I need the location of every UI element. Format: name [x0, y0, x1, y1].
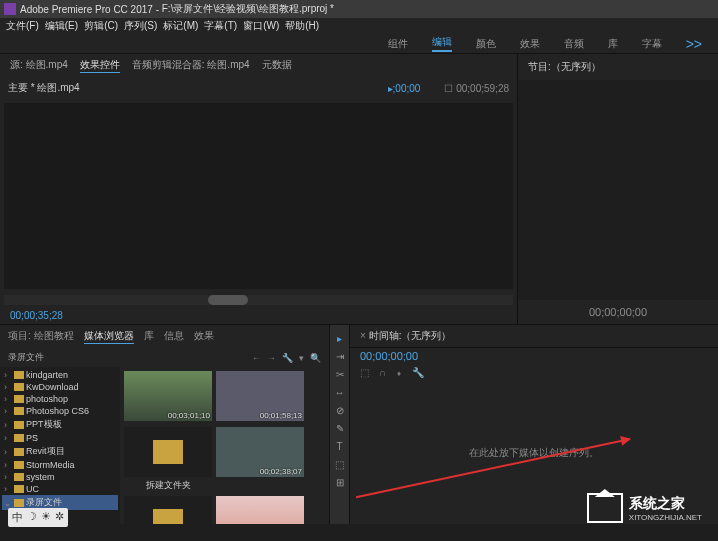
program-timecode: 00;00;00;00	[518, 300, 718, 324]
ws-tab-color[interactable]: 颜色	[476, 37, 496, 51]
ws-more[interactable]: >>	[686, 36, 702, 52]
ripple-tool[interactable]: ✂	[333, 367, 347, 381]
ws-tab-assembly[interactable]: 组件	[388, 37, 408, 51]
source-clip-name: 主要 * 绘图.mp4	[8, 81, 80, 95]
snap-icon[interactable]: ⬚	[360, 367, 369, 378]
menu-help[interactable]: 帮助(H)	[285, 19, 319, 33]
source-header: 主要 * 绘图.mp4 ▸;00;00 ☐ 00;00;59;28	[0, 77, 517, 99]
wrench-icon[interactable]: 🔧	[282, 353, 293, 363]
selection-tool[interactable]: ▸	[333, 331, 347, 345]
razor-tool[interactable]: ⊘	[333, 403, 347, 417]
back-icon[interactable]: ←	[252, 353, 261, 363]
folder-item[interactable]: ›UC	[2, 483, 118, 495]
source-tabs: 源: 绘图.mp4 效果控件 音频剪辑混合器: 绘图.mp4 元数据	[0, 54, 517, 77]
folder-item[interactable]: ›StormMedia	[2, 459, 118, 471]
menubar: 文件(F) 编辑(E) 剪辑(C) 序列(S) 标记(M) 字幕(T) 窗口(W…	[0, 18, 718, 34]
source-panel: 源: 绘图.mp4 效果控件 音频剪辑混合器: 绘图.mp4 元数据 主要 * …	[0, 54, 518, 324]
wrench-icon[interactable]: 🔧	[412, 367, 424, 378]
marker-icon[interactable]: ⬧	[396, 367, 402, 378]
menu-marker[interactable]: 标记(M)	[163, 19, 198, 33]
rate-tool[interactable]: ↔	[333, 385, 347, 399]
ime-sun-icon[interactable]: ☀	[41, 510, 51, 525]
folder-item[interactable]: ›system	[2, 471, 118, 483]
media-thumb[interactable]: 00;02;38;07	[216, 427, 304, 492]
tab-source[interactable]: 源: 绘图.mp4	[10, 58, 68, 73]
pen-tool[interactable]: T	[333, 439, 347, 453]
timeline-toolbar: ⬚ ∩ ⬧ 🔧	[350, 364, 718, 381]
search-icon[interactable]: 🔍	[310, 353, 321, 363]
ruler-start: ▸;00;00	[388, 83, 421, 94]
ime-ch[interactable]: 中	[12, 510, 23, 525]
thumbnail-grid: 00;03;01;10 00;01;58;13 拆建文件夹 00;02;38;0…	[120, 367, 329, 524]
folder-item[interactable]: ›kindgarten	[2, 369, 118, 381]
folder-item[interactable]: ›PPT模板	[2, 417, 118, 432]
tab-library[interactable]: 库	[144, 329, 154, 344]
ws-tab-editing[interactable]: 编辑	[432, 35, 452, 52]
tab-project[interactable]: 项目: 绘图教程	[8, 329, 74, 344]
menu-sequence[interactable]: 序列(S)	[124, 19, 157, 33]
folder-item[interactable]: ›KwDownload	[2, 381, 118, 393]
tools-panel: ▸ ⇥ ✂ ↔ ⊘ ✎ T ⬚ ⊞	[330, 325, 350, 524]
menu-clip[interactable]: 剪辑(C)	[84, 19, 118, 33]
folder-tree[interactable]: ›kindgarten ›KwDownload ›photoshop ›Phot…	[0, 367, 120, 524]
watermark-sub: XITONGZHIJIA.NET	[629, 513, 702, 522]
ws-tab-audio[interactable]: 音频	[564, 37, 584, 51]
project-panel: 项目: 绘图教程 媒体浏览器 库 信息 效果 录屏文件 ← → 🔧 ▾ 🔍 ›k…	[0, 325, 330, 524]
media-thumb-folder[interactable]: 经验视频	[124, 496, 212, 524]
tab-metadata[interactable]: 元数据	[262, 58, 292, 73]
folder-item[interactable]: ›PS	[2, 432, 118, 444]
track-select-tool[interactable]: ⇥	[333, 349, 347, 363]
workspace-tabs: 组件 编辑 颜色 效果 音频 库 字幕 >>	[0, 34, 718, 54]
project-tabs: 项目: 绘图教程 媒体浏览器 库 信息 效果	[0, 325, 329, 348]
filter-icon[interactable]: ▾	[299, 353, 304, 363]
ime-moon-icon[interactable]: ☽	[27, 510, 37, 525]
program-monitor[interactable]	[518, 80, 718, 300]
menu-edit[interactable]: 编辑(E)	[45, 19, 78, 33]
scrollbar-horizontal[interactable]	[4, 295, 513, 305]
folder-item[interactable]: ›Photoshop CS6	[2, 405, 118, 417]
project-toolbar: 录屏文件 ← → 🔧 ▾ 🔍	[0, 348, 329, 367]
timeline-title: 时间轴:（无序列）	[369, 330, 452, 341]
ws-tab-effects[interactable]: 效果	[520, 37, 540, 51]
fwd-icon[interactable]: →	[267, 353, 276, 363]
zoom-tool[interactable]: ⊞	[333, 475, 347, 489]
ws-tab-library[interactable]: 库	[608, 37, 618, 51]
tab-info[interactable]: 信息	[164, 329, 184, 344]
media-thumb[interactable]: 00;03;01;10	[124, 371, 212, 423]
menu-title[interactable]: 字幕(T)	[204, 19, 237, 33]
folder-item[interactable]: ›photoshop	[2, 393, 118, 405]
folder-item[interactable]: ›Revit项目	[2, 444, 118, 459]
titlebar-path: F:\录屏文件\经验视频\绘图教程.prproj *	[162, 2, 334, 16]
watermark-title: 系统之家	[629, 495, 685, 511]
media-thumb[interactable]: 00;01;58;13	[216, 371, 304, 423]
app-icon	[4, 3, 16, 15]
link-icon[interactable]: ∩	[379, 367, 386, 378]
ime-bar[interactable]: 中 ☽ ☀ ✲	[8, 508, 68, 527]
titlebar-app: Adobe Premiere Pro CC 2017	[20, 4, 153, 15]
watermark: 系统之家 XITONGZHIJIA.NET	[587, 493, 702, 523]
tab-effect-controls[interactable]: 效果控件	[80, 58, 120, 73]
menu-file[interactable]: 文件(F)	[6, 19, 39, 33]
effect-controls-body[interactable]	[4, 103, 513, 289]
ws-tab-titles[interactable]: 字幕	[642, 37, 662, 51]
tab-media-browser[interactable]: 媒体浏览器	[84, 329, 134, 344]
ime-gear-icon[interactable]: ✲	[55, 510, 64, 525]
watermark-icon	[587, 493, 623, 523]
program-panel: 节目:（无序列） 00;00;00;00	[518, 54, 718, 324]
program-title: 节目:（无序列）	[518, 54, 718, 80]
tab-audio-mixer[interactable]: 音频剪辑混合器: 绘图.mp4	[132, 58, 250, 73]
timeline-timecode: 00;00;00;00	[350, 348, 718, 364]
hand-tool[interactable]: ⬚	[333, 457, 347, 471]
titlebar: Adobe Premiere Pro CC 2017 - F:\录屏文件\经验视…	[0, 0, 718, 18]
tab-fx[interactable]: 效果	[194, 329, 214, 344]
menu-window[interactable]: 窗口(W)	[243, 19, 279, 33]
media-thumb-folder[interactable]: 拆建文件夹	[124, 427, 212, 492]
slip-tool[interactable]: ✎	[333, 421, 347, 435]
media-thumb[interactable]: 00;01;32;14	[216, 496, 304, 524]
breadcrumb[interactable]: 录屏文件	[8, 351, 44, 364]
source-timecode: 00;00;35;28	[0, 307, 517, 324]
